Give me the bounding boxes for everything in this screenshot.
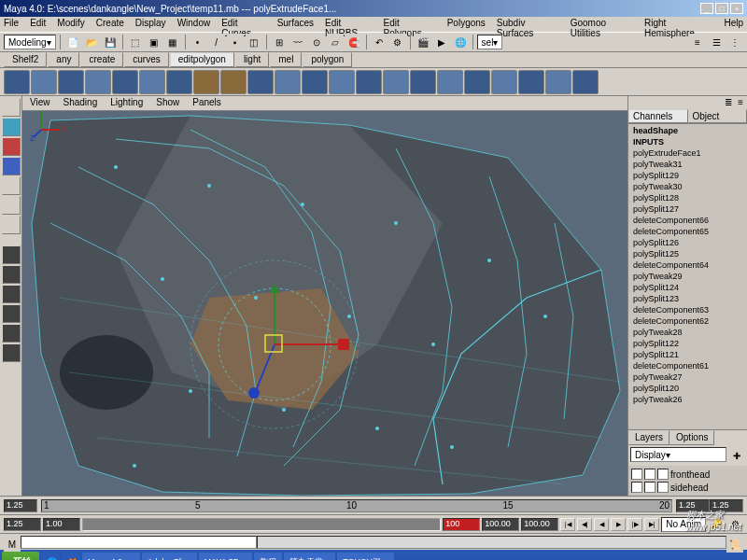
shelf-tab-create[interactable]: create [80,52,123,67]
task-item[interactable]: Maya 4.0: ... [82,553,140,560]
shelf-tab-editpolygon[interactable]: editpolygon [170,52,234,67]
single-pane-icon[interactable] [2,245,21,264]
menu-editcurves[interactable]: Edit Curves [221,18,265,31]
menu-righthemi[interactable]: Right Hemisphere [644,18,712,31]
input-node[interactable]: polySplit121 [629,349,746,360]
save-scene-icon[interactable]: 💾 [102,34,119,50]
last-tool[interactable] [2,216,21,234]
rewind-button[interactable]: |◀ [560,518,575,531]
sel-input[interactable]: sel ▾ [477,35,503,49]
outliner-layout-icon[interactable] [2,343,21,362]
shelf-icon[interactable] [112,70,138,94]
step-back-button[interactable]: ◀| [577,518,592,531]
shelf-icon[interactable] [4,70,30,94]
scale-tool[interactable] [2,176,21,195]
input-node[interactable]: deleteComponent65 [629,226,746,237]
task-item[interactable]: TOUCH漫... [337,553,393,560]
input-node[interactable]: polyExtrudeFace1 [629,147,746,159]
shelf-icon[interactable] [572,70,599,94]
object-tab[interactable]: Object [688,109,748,123]
menu-create[interactable]: Create [96,18,124,31]
layer-vis-toggle[interactable] [631,469,642,480]
select-tool[interactable] [2,98,21,117]
vp-menu-lighting[interactable]: Lighting [110,97,143,109]
shelf-tab-any[interactable]: any [48,52,79,67]
layer-row[interactable]: fronthead [630,468,745,481]
task-item[interactable]: Adobe Ph... [142,553,197,560]
new-layer-icon[interactable]: ✚ [728,447,745,464]
layers-tab[interactable]: Layers [628,430,669,445]
input-node[interactable]: deleteComponent61 [629,360,746,371]
pct-field[interactable]: 100 [443,518,480,531]
input-node[interactable]: polySplit128 [629,192,746,203]
range-track[interactable] [82,518,441,531]
shelf-icon[interactable] [139,70,165,94]
menu-subdiv[interactable]: Subdiv Surfaces [497,18,559,31]
mask-vertex-icon[interactable]: • [190,34,206,50]
layer-name[interactable]: fronthead [670,469,710,480]
open-scene-icon[interactable]: 📂 [83,34,100,50]
three-pane-icon[interactable] [2,324,21,343]
input-node[interactable]: polySplit125 [629,248,746,259]
anim-start-field[interactable]: 1.00 [43,518,80,531]
menu-editpolygons[interactable]: Edit Polygons [384,18,436,31]
shelf-icon[interactable] [356,70,382,94]
layer-display-dropdown[interactable]: Display ▾ [630,447,726,462]
range-end-field[interactable]: 100.00 [521,518,558,531]
menu-display[interactable]: Display [135,18,166,31]
menu-polygons[interactable]: Polygons [447,18,486,31]
menu-window[interactable]: Window [177,18,211,31]
task-item[interactable]: 教程 [254,553,282,560]
vp-menu-panels[interactable]: Panels [192,97,221,109]
input-node[interactable]: polySplit123 [629,293,746,304]
step-fwd-button[interactable]: |▶ [627,518,642,531]
new-scene-icon[interactable]: 📄 [64,34,81,50]
toggle-tool-icon[interactable]: ⋮ [726,34,743,50]
mask-edge-icon[interactable]: / [208,34,225,50]
shelf-icon[interactable] [464,70,490,94]
3d-viewport[interactable]: y x z [22,111,627,496]
input-node[interactable]: polySplit124 [629,282,746,293]
shelf-icon[interactable] [302,70,328,94]
play-back-button[interactable]: ◀ [594,518,609,531]
input-node[interactable]: deleteComponent64 [629,259,746,271]
mask-uv-icon[interactable]: ◫ [246,34,262,50]
snap-grid-icon[interactable]: ⊞ [271,34,288,50]
four-pane-icon[interactable] [2,265,21,284]
anim-end-field[interactable]: 100.00 [482,518,519,531]
channel-icon[interactable]: ≣ [725,97,732,108]
menu-edit[interactable]: Edit [30,18,46,31]
layer-color-swatch[interactable] [657,469,669,480]
manip-tool[interactable] [2,196,21,215]
shape-node[interactable]: headShape [629,125,746,136]
command-input[interactable] [21,536,257,549]
snap-point-icon[interactable]: ⊙ [308,34,325,50]
shelf-icon[interactable] [193,70,219,94]
input-node[interactable]: polySplit127 [629,203,746,215]
shelf-icon[interactable] [491,70,517,94]
snap-curve-icon[interactable]: 〰 [289,34,306,50]
play-button[interactable]: ▶ [611,518,626,531]
input-node[interactable]: polySplit129 [629,170,746,181]
task-item[interactable]: MAYA 3D... [199,553,252,560]
shelf-icon[interactable] [518,70,544,94]
input-node[interactable]: polyTweak31 [629,159,746,170]
shelf-icon[interactable] [85,70,111,94]
shelf-tab-mel[interactable]: mel [270,52,302,67]
quicklaunch-icon[interactable]: 🌐 [41,553,60,560]
shelf-tab-polygon[interactable]: polygon [303,52,352,67]
shelf-tab-shelf2[interactable]: Shelf2 [4,52,47,67]
layer-color-swatch[interactable] [657,482,669,493]
select-comp-icon[interactable]: ▦ [164,34,181,50]
input-node[interactable]: polySplit122 [629,338,746,349]
input-node[interactable]: polyTweak26 [629,394,746,405]
shelf-icon[interactable] [329,70,355,94]
shelf-icon[interactable] [166,70,192,94]
shelf-icon[interactable] [383,70,409,94]
two-pane-v-icon[interactable] [2,304,21,323]
shelf-icon[interactable] [437,70,463,94]
maximize-button[interactable]: □ [715,3,728,14]
input-node[interactable]: polySplit120 [629,383,746,394]
two-pane-h-icon[interactable] [2,285,21,303]
layers-options-tab[interactable]: Options [669,430,714,445]
